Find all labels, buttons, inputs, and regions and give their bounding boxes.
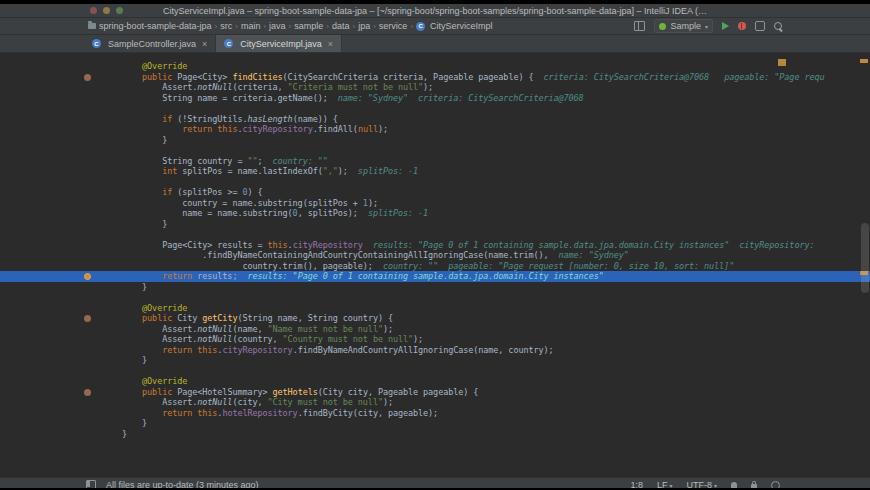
breadcrumb-item[interactable]: service [379,21,408,31]
debug-button[interactable] [738,22,746,30]
close-icon[interactable]: × [328,39,333,49]
code-line[interactable]: Page<City> results = this.cityRepository… [0,240,870,251]
search-everywhere-icon[interactable] [774,22,782,30]
breadcrumb-item[interactable]: sample [294,21,323,31]
gutter-cell[interactable] [0,324,122,335]
gutter-cell[interactable] [0,93,122,104]
code-line[interactable]: country.trim(), pageable); country: "" p… [0,261,870,272]
maximize-window-icon[interactable] [116,7,123,14]
breadcrumb-item[interactable]: src [220,21,232,31]
code-line[interactable]: Assert.notNull(country, "Country must no… [0,334,870,345]
gutter-cell[interactable] [0,282,122,293]
override-marker-icon[interactable] [84,315,91,322]
run-button[interactable] [722,22,729,30]
code-line[interactable]: String country = ""; country: "" [0,156,870,167]
gutter-cell[interactable] [0,103,122,114]
code-line[interactable]: return this.cityRepository.findByNameAnd… [0,345,870,356]
code-line[interactable]: Assert.notNull(criteria, "Criteria must … [0,82,870,93]
gutter-cell[interactable] [0,177,122,188]
breadcrumb-item[interactable]: jpa [358,21,370,31]
gutter-cell[interactable] [0,166,122,177]
gutter-cell[interactable] [0,303,122,314]
gutter-cell[interactable] [0,408,122,419]
gutter-cell[interactable] [0,313,122,324]
gutter-cell[interactable] [0,219,122,230]
gutter-cell[interactable] [0,240,122,251]
gutter-cell[interactable] [0,156,122,167]
gutter-cell[interactable] [0,82,122,93]
code-line[interactable]: public Page<HotelSummary> getHotels(City… [0,387,870,398]
override-marker-icon[interactable] [84,74,91,81]
error-stripe-mark[interactable] [860,59,868,63]
code-line[interactable]: @Override [0,61,870,72]
override-marker-icon[interactable] [84,389,91,396]
breadcrumb-item[interactable]: CCityServiceImpl [416,21,493,31]
scrollbar[interactable] [858,53,870,477]
code-line[interactable] [0,145,870,156]
breadcrumb-item[interactable]: java [269,21,286,31]
code-line[interactable] [0,103,870,114]
code-line[interactable] [0,229,870,240]
code-line[interactable]: } [0,282,870,293]
editor-tab[interactable]: CSampleController.java× [84,35,216,52]
code-line[interactable] [0,177,870,188]
close-window-icon[interactable] [90,7,97,14]
code-line[interactable]: public Page<City> findCities(CitySearchC… [0,72,870,83]
code-line[interactable]: public City getCity(String name, String … [0,313,870,324]
gutter-cell[interactable] [0,61,122,72]
gutter-cell[interactable] [0,387,122,398]
code-line[interactable]: Assert.notNull(city, "City must not be n… [0,397,870,408]
gutter-cell[interactable] [0,271,122,282]
gutter-cell[interactable] [0,72,122,83]
coverage-button[interactable] [755,21,765,31]
code-line[interactable]: if (!StringUtils.hasLength(name)) { [0,114,870,125]
code-line[interactable]: } [0,355,870,366]
gutter-cell[interactable] [0,397,122,408]
code-line[interactable]: return this.hotelRepository.findByCity(c… [0,408,870,419]
gutter-cell[interactable] [0,198,122,209]
gutter-cell[interactable] [0,334,122,345]
breadcrumb-item[interactable]: data [332,21,350,31]
close-icon[interactable]: × [202,39,207,49]
code-line[interactable]: name = name.substring(0, splitPos); spli… [0,208,870,219]
code-line[interactable] [0,292,870,303]
gutter-cell[interactable] [0,261,122,272]
code-line[interactable]: if (splitPos >= 0) { [0,187,870,198]
breadcrumb-item[interactable]: main [241,21,261,31]
gutter-cell[interactable] [0,114,122,125]
gutter-cell[interactable] [0,229,122,240]
tool-windows-icon[interactable] [634,21,645,31]
gutter-cell[interactable] [0,208,122,219]
gutter-cell[interactable] [0,418,122,429]
code-editor[interactable]: @Override public Page<City> findCities(C… [0,53,870,477]
gutter-cell[interactable] [0,145,122,156]
gutter-cell[interactable] [0,187,122,198]
gutter-cell[interactable] [0,345,122,356]
code-line[interactable] [0,366,870,377]
gutter-cell[interactable] [0,355,122,366]
gutter-cell[interactable] [0,429,122,440]
code-line[interactable]: Assert.notNull(name, "Name must not be n… [0,324,870,335]
code-line[interactable]: return results; results: "Page 0 of 1 co… [0,271,870,282]
gutter-cell[interactable] [0,366,122,377]
gutter-cell[interactable] [0,376,122,387]
minimize-window-icon[interactable] [103,7,110,14]
code-line[interactable]: return this.cityRepository.findAll(null)… [0,124,870,135]
code-line[interactable]: } [0,135,870,146]
gutter-cell[interactable] [0,124,122,135]
gutter-cell[interactable] [0,135,122,146]
code-line[interactable]: @Override [0,376,870,387]
gutter-cell[interactable] [0,292,122,303]
breakpoint-icon[interactable] [84,273,91,280]
gutter-cell[interactable] [0,250,122,261]
editor-tab[interactable]: CCityServiceImpl.java× [216,35,342,52]
code-line[interactable]: int splitPos = name.lastIndexOf(","); sp… [0,166,870,177]
code-line[interactable]: .findByNameContainingAndCountryContainin… [0,250,870,261]
scrollbar-thumb[interactable] [861,223,869,293]
code-line[interactable]: } [0,219,870,230]
code-line[interactable]: String name = criteria.getName(); name: … [0,93,870,104]
code-line[interactable]: } [0,418,870,429]
run-configuration-select[interactable]: Sample ▾ [654,19,713,33]
code-line[interactable]: @Override [0,303,870,314]
code-line[interactable]: country = name.substring(splitPos + 1); [0,198,870,209]
